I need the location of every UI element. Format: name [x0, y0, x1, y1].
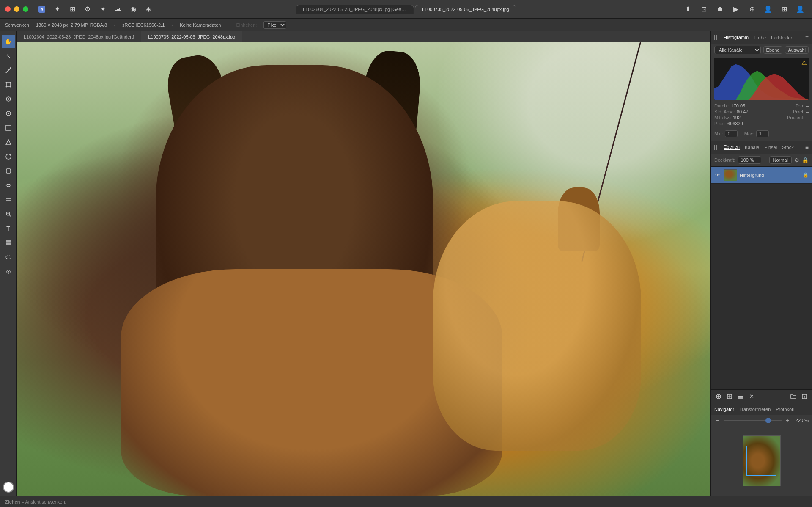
tool-name: Schwenken: [5, 22, 29, 28]
fill-tool[interactable]: [2, 236, 15, 250]
toolbar-right: ⬆ ⊡ ⏺ ▶ ⊕ 👤 ⊞ 👤: [681, 3, 807, 16]
zoom-tool[interactable]: [2, 207, 15, 221]
tab-farbe[interactable]: Farbe: [754, 34, 766, 41]
folder-button[interactable]: [788, 391, 798, 402]
canvas-tab-1[interactable]: L1002604_2022-05-28_JPEG_2048px.jpg [Geä…: [17, 31, 141, 42]
settings2-button[interactable]: ⊞: [777, 3, 791, 16]
zoom-out-button[interactable]: −: [714, 417, 721, 424]
transform-tool[interactable]: [2, 78, 15, 91]
canvas-tab-2[interactable]: L1000735_2022-05-06_JPEG_2048px.jpg: [141, 31, 242, 42]
share-button[interactable]: ⬆: [681, 3, 694, 16]
clone-tool[interactable]: [2, 107, 15, 120]
layer-lock-icon[interactable]: 🔒: [802, 157, 809, 163]
filter-tool-button[interactable]: ◈: [142, 3, 155, 16]
tab-farbfelder[interactable]: Farbfelder: [771, 34, 792, 41]
tab-navigator[interactable]: Navigator: [714, 407, 734, 412]
histogram-chart: ⚠: [714, 58, 809, 100]
app-icon-button[interactable]: A: [35, 3, 49, 16]
zoom-slider[interactable]: [724, 420, 782, 421]
layer-thumbnail: [724, 169, 737, 181]
svg-marker-15: [6, 140, 11, 145]
blur-tool[interactable]: [2, 179, 15, 192]
tab-ebenen[interactable]: Ebenen: [724, 144, 740, 150]
smudge-tool[interactable]: [2, 193, 15, 207]
settings-tool-button[interactable]: ⚙: [81, 3, 94, 16]
tab-2[interactable]: L1000735_2022-05-06_JPEG_2048px.jpg: [415, 5, 516, 14]
tab-stock[interactable]: Stock: [782, 145, 794, 150]
profile-button[interactable]: 👤: [761, 3, 775, 16]
image-dimensions: 1360 × 2048 px, 2.79 MP, RGBA/8: [36, 22, 107, 28]
svg-point-7: [5, 86, 7, 88]
new-adjustment-button[interactable]: [735, 391, 746, 402]
tab-transformieren[interactable]: Transformieren: [739, 407, 771, 412]
svg-point-5: [5, 82, 7, 83]
move-tool[interactable]: ↖: [2, 49, 15, 63]
svg-rect-17: [6, 169, 11, 173]
canvas-content[interactable]: [17, 42, 710, 496]
units-label: Einheiten:: [236, 22, 257, 28]
paint-tool[interactable]: [2, 164, 15, 178]
tab-histogramm[interactable]: Histogramm: [724, 34, 749, 41]
layers-tool-button[interactable]: ⊞: [66, 3, 79, 16]
ellipse-selection-tool[interactable]: [2, 251, 15, 264]
zoom-thumb[interactable]: [765, 418, 771, 423]
hand-tool[interactable]: ✋: [2, 35, 15, 48]
tab-kanale[interactable]: Kanäle: [745, 145, 759, 150]
canvas-image: [17, 42, 710, 496]
camera-data: Keine Kameradaten: [180, 22, 221, 28]
erase-tool[interactable]: [2, 121, 15, 135]
text-tool[interactable]: T: [2, 222, 15, 235]
sparkle-tool-button[interactable]: ✦: [50, 3, 64, 16]
enhance-tool-button[interactable]: ✦: [96, 3, 110, 16]
ton-value: –: [806, 103, 809, 108]
layers-options-button[interactable]: ≡: [805, 144, 809, 151]
export-layer-button[interactable]: [799, 391, 809, 402]
layer-item-hintergrund[interactable]: 👁 Hintergrund 🔒: [711, 167, 812, 184]
color-swatch[interactable]: [3, 482, 14, 493]
layer-thumb-image: [724, 170, 737, 181]
layer-settings-icon[interactable]: ⚙: [794, 157, 799, 163]
retouch-tool[interactable]: [2, 150, 15, 163]
infobar: Schwenken 1360 × 2048 px, 2.79 MP, RGBA/…: [0, 19, 812, 31]
ebene-button[interactable]: Ebene: [763, 46, 783, 54]
record-button[interactable]: ⏺: [713, 3, 727, 16]
auswahl-button[interactable]: Auswahl: [785, 46, 809, 54]
tab-pinsel[interactable]: Pinsel: [764, 145, 777, 150]
new-pixel-layer-button[interactable]: [724, 391, 735, 402]
pixel-value: –: [806, 109, 809, 114]
view-tool[interactable]: [2, 265, 15, 278]
assistant-button[interactable]: ⊕: [745, 3, 759, 16]
minimize-button[interactable]: [14, 6, 19, 12]
units-select[interactable]: Pixel: [263, 21, 286, 29]
user-button[interactable]: 👤: [793, 3, 807, 16]
svg-line-21: [9, 215, 11, 217]
healing-tool[interactable]: [2, 92, 15, 106]
delete-fx-button[interactable]: ✕: [746, 391, 757, 402]
mask-button[interactable]: ⊡: [697, 3, 710, 16]
histogram-options-button[interactable]: ≡: [805, 34, 809, 41]
mittelw-label: Mittelw.:: [714, 115, 731, 120]
macro-button[interactable]: ▶: [729, 3, 743, 16]
zoom-value: 220 %: [793, 418, 809, 423]
nav-thumbnail[interactable]: [743, 435, 781, 486]
paintbrush-tool[interactable]: [2, 63, 15, 77]
blend-mode-select[interactable]: Normal: [769, 156, 792, 164]
close-button[interactable]: [5, 6, 11, 12]
new-group-button[interactable]: [713, 391, 724, 402]
svg-point-8: [10, 86, 11, 88]
channel-select[interactable]: Alle Kanäle: [714, 46, 761, 54]
mountains-tool-button[interactable]: ⛰: [111, 3, 125, 16]
opacity-label: Deckkraft:: [714, 157, 735, 163]
color-wheel-button[interactable]: ◉: [126, 3, 140, 16]
histogram-panel-tabs: Histogramm Farbe Farbfelder ≡: [711, 31, 812, 44]
layer-visibility-icon[interactable]: 👁: [714, 172, 721, 179]
canvas-area: L1002604_2022-05-28_JPEG_2048px.jpg [Geä…: [17, 31, 710, 496]
std-abw-value: 80.47: [737, 109, 749, 114]
zoom-in-button[interactable]: +: [784, 417, 791, 424]
tab-protokoll[interactable]: Protokoll: [776, 407, 794, 412]
layers-panel: Ebenen Kanäle Pinsel Stock ≡ Deckkraft: …: [711, 141, 812, 403]
dodge-tool[interactable]: [2, 135, 15, 149]
mittelw-value: 192: [733, 115, 741, 120]
maximize-button[interactable]: [23, 6, 28, 12]
tab-1[interactable]: L1002604_2022-05-28_JPEG_2048px.jpg [Geä…: [296, 5, 414, 14]
